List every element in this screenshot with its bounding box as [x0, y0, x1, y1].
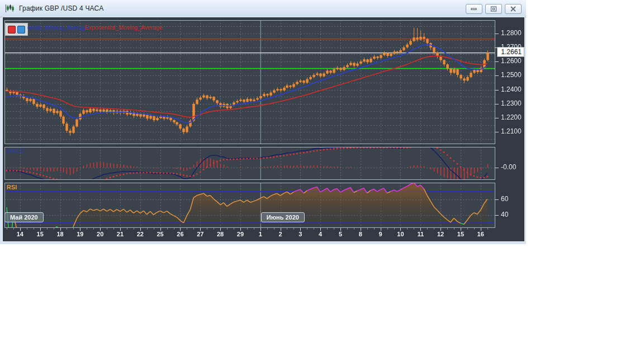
- price-chart-canvas[interactable]: [0, 0, 526, 244]
- chart-window: График GBP /USD 4 ЧАСА: [0, 0, 526, 244]
- page: График GBP /USD 4 ЧАСА: [0, 0, 644, 362]
